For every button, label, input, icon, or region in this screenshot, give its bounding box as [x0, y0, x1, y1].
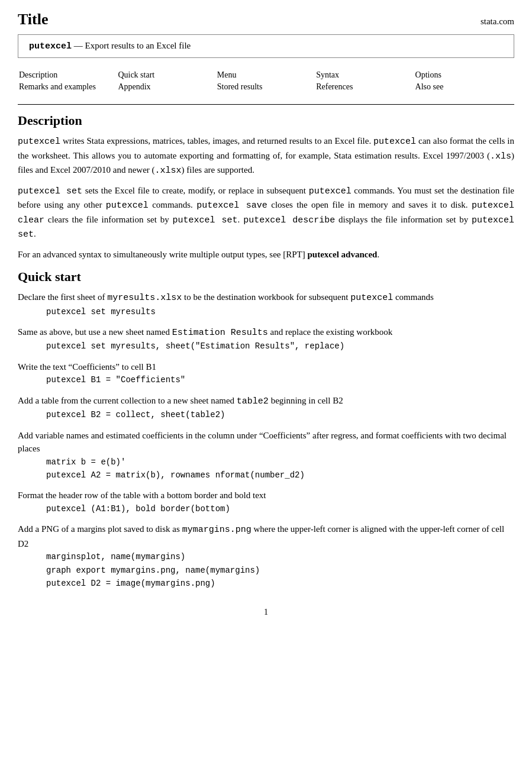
- qs-item-7-code-3: putexcel D2 = image(mymargins.png): [46, 577, 514, 590]
- section-divider-description: [18, 104, 514, 105]
- qs-item-3-code: putexcel B1 = "Coefficients": [46, 373, 514, 386]
- qs-item-1: Declare the first sheet of myresults.xls…: [18, 290, 514, 318]
- page-title: Title: [18, 11, 49, 28]
- qs-item-7-code-2: graph export mymargins.png, name(mymargi…: [46, 564, 514, 577]
- nav-table: Description Quick start Menu Syntax Opti…: [18, 69, 514, 93]
- nav-options[interactable]: Options: [415, 70, 441, 79]
- qs-item-7-code-1: marginsplot, name(mymargins): [46, 550, 514, 563]
- qs-item-7-desc: Add a PNG of a margins plot saved to dis…: [18, 522, 514, 550]
- nav-remarks[interactable]: Remarks and examples: [19, 82, 96, 91]
- qs-item-5-desc: Add variable names and estimated coeffic…: [18, 429, 514, 456]
- quickstart-heading: Quick start: [18, 267, 514, 285]
- qs-item-4: Add a table from the current collection …: [18, 394, 514, 422]
- nav-quickstart[interactable]: Quick start: [118, 70, 154, 79]
- nav-stored[interactable]: Stored results: [217, 82, 263, 91]
- quickstart-section: Declare the first sheet of myresults.xls…: [18, 290, 514, 590]
- qs-item-1-code: putexcel set myresults: [46, 305, 514, 318]
- description-para2: putexcel set sets the Excel file to crea…: [18, 184, 514, 242]
- title-cmd: putexcel: [29, 41, 72, 51]
- description-para3: For an advanced syntax to simultaneously…: [18, 248, 514, 262]
- qs-item-6: Format the header row of the table with …: [18, 489, 514, 515]
- description-heading: Description: [18, 111, 514, 128]
- qs-item-3: Write the text “Coefficients” to cell B1…: [18, 360, 514, 387]
- stata-brand: stata.com: [481, 17, 514, 27]
- title-description: Export results to an Excel file: [85, 41, 191, 50]
- title-dash: —: [74, 41, 83, 50]
- qs-item-4-desc: Add a table from the current collection …: [18, 394, 514, 409]
- qs-item-6-code: putexcel (A1:B1), bold border(bottom): [46, 502, 514, 515]
- nav-references[interactable]: References: [316, 82, 353, 91]
- nav-appendix[interactable]: Appendix: [118, 82, 150, 91]
- nav-description[interactable]: Description: [19, 70, 57, 79]
- title-box: putexcel — Export results to an Excel fi…: [18, 34, 514, 58]
- qs-item-7: Add a PNG of a margins plot saved to dis…: [18, 522, 514, 590]
- qs-item-6-desc: Format the header row of the table with …: [18, 489, 514, 502]
- description-para1: putexcel writes Stata expressions, matri…: [18, 134, 514, 178]
- nav-syntax[interactable]: Syntax: [316, 70, 339, 79]
- qs-item-2-code: putexcel set myresults, sheet("Estimatio…: [46, 340, 514, 353]
- qs-item-4-code: putexcel B2 = collect, sheet(table2): [46, 408, 514, 421]
- page-number: 1: [264, 608, 268, 616]
- page-footer: 1: [0, 608, 532, 629]
- qs-item-2: Same as above, but use a new sheet named…: [18, 325, 514, 353]
- qs-item-5-code-2: putexcel A2 = matrix(b), rownames nforma…: [46, 469, 514, 482]
- qs-item-5-code-1: matrix b = e(b)': [46, 456, 514, 469]
- nav-menu[interactable]: Menu: [217, 70, 237, 79]
- qs-item-5: Add variable names and estimated coeffic…: [18, 429, 514, 482]
- qs-item-3-desc: Write the text “Coefficients” to cell B1: [18, 360, 514, 374]
- nav-alsosee[interactable]: Also see: [415, 82, 444, 91]
- qs-item-1-desc: Declare the first sheet of myresults.xls…: [18, 290, 514, 305]
- qs-item-2-desc: Same as above, but use a new sheet named…: [18, 325, 514, 340]
